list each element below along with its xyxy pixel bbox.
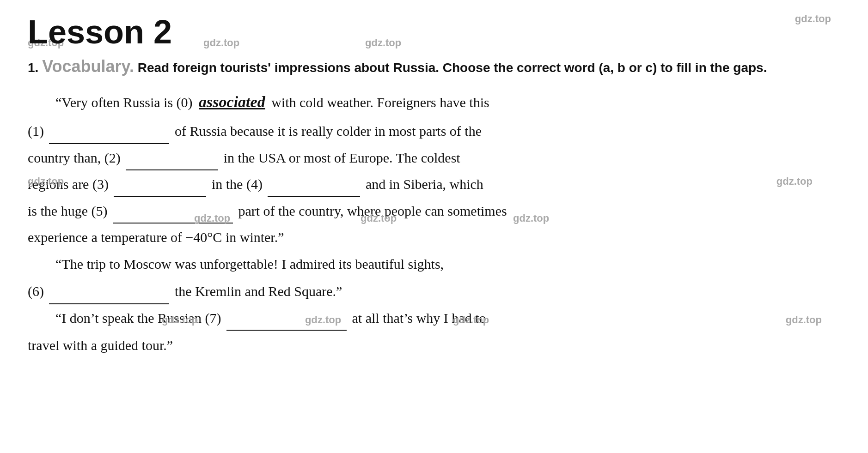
paragraph-2-line5: experience a temperature of −40°C in win… [28,224,840,250]
section-heading: 1. Vocabulary. Read foreign tourists' im… [28,55,840,78]
paragraph-3-line2: (6) the Kremlin and Red Square.” [28,278,840,304]
blank-label-6: (6) [28,284,44,299]
blank-7 [226,330,347,331]
watermark-5: gdz.top [776,175,813,187]
para2-text-9: experience a temperature of −40°C in win… [28,230,284,245]
blank-3 [114,196,206,197]
para4-text-3: travel with a guided tour.” [28,338,173,353]
content-area: “Very often Russia is (0) associated wit… [28,88,840,358]
paragraph-2-line3: regions are (3) in the (4) and in Siberi… [28,171,840,197]
paragraph-4: “I don’t speak the Russian (7) at all th… [28,305,840,331]
blank-1 [49,143,169,144]
para1-text-before: “Very often Russia is (0) [55,95,193,110]
lesson-title: Lesson 2 [28,14,840,50]
para1-text-after: with cold weather. Foreigners have this [271,95,489,110]
section-instruction: Read foreign tourists' impressions about… [138,60,767,75]
watermark-4: gdz.top [28,175,64,187]
blank-6 [49,303,169,304]
section-number: 1. [28,60,38,75]
paragraph-2-line1: (1) of Russia because it is really colde… [28,118,840,144]
paragraph-2-line4: is the huge (5) part of the country, whe… [28,198,840,224]
blank-label-1: (1) [28,123,44,139]
section-title: Vocabulary. [42,57,134,76]
blank-4 [268,196,360,197]
watermark-8: gdz.top [513,212,549,224]
para2-text-3: in the USA or most of Europe. The coldes… [224,150,460,165]
para2-text-7: is the huge (5) [28,203,107,218]
watermark-10: gdz.top [305,314,341,326]
watermark-6: gdz.top [194,212,230,224]
para2-text-6: and in Siberia, which [366,176,483,192]
paragraph-3-line1: “The trip to Moscow was unforgettable! I… [28,251,840,277]
watermark-9: gdz.top [162,314,198,326]
para3-text-1: “The trip to Moscow was unforgettable! I… [55,256,444,272]
watermark-7: gdz.top [361,212,397,224]
para2-text-1: of Russia because it is really colder in… [175,123,482,139]
para3-text-2: the Kremlin and Red Square.” [175,284,342,299]
para2-text-5: in the (4) [212,176,263,192]
watermark-11: gdz.top [453,314,489,326]
paragraph-1: “Very often Russia is (0) associated wit… [28,88,840,117]
blank-2 [126,169,218,170]
filled-answer: associated [199,93,265,110]
para2-text-2: country than, (2) [28,150,121,165]
watermark-12: gdz.top [786,314,822,326]
paragraph-4-line2: travel with a guided tour.” [28,332,840,358]
paragraph-2-line2: country than, (2) in the USA or most of … [28,145,840,171]
